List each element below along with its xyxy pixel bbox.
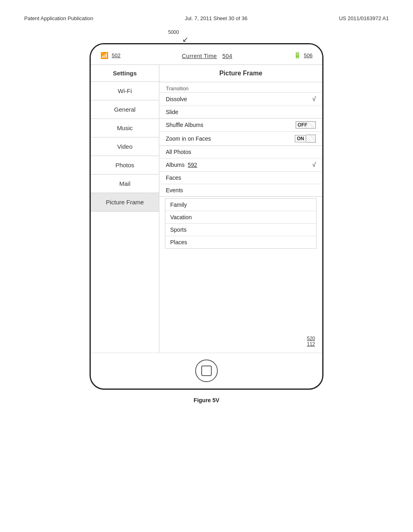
faces-label: Faces	[166, 175, 181, 181]
zoom-faces-hatch	[306, 135, 316, 143]
right-panel: Picture Frame Transition Dissolve √ Slid…	[159, 65, 322, 353]
albums-check: √	[312, 161, 316, 168]
shuffle-albums-label: Shuffle Albums	[166, 122, 203, 128]
albums-row[interactable]: Albums 592 √	[159, 158, 322, 171]
home-button-inner	[201, 366, 212, 376]
patent-header: Patent Application Publication Jul. 7, 2…	[8, 8, 405, 25]
album-places-label: Places	[170, 239, 187, 245]
status-ref-506: 506	[304, 52, 313, 58]
patent-left: Patent Application Publication	[24, 15, 93, 21]
home-area	[91, 353, 322, 389]
page-wrapper: Patent Application Publication Jul. 7, 2…	[0, 0, 413, 532]
label-112: 112	[307, 341, 322, 349]
sidebar-item-picture-frame[interactable]: Picture Frame	[91, 193, 159, 212]
transition-dissolve-check: √	[312, 96, 316, 103]
ref-arrow: ↙	[182, 36, 188, 43]
transition-slide-label: Slide	[166, 109, 178, 115]
device-container: 5000 ↙ 📶 502 Current Time 504 🔋 506	[90, 29, 323, 403]
transition-dissolve-label: Dissolve	[166, 96, 187, 102]
zoom-faces-toggle-wrapper: ON	[295, 135, 316, 143]
zoom-faces-toggle[interactable]: ON	[295, 135, 306, 142]
sidebar-item-photos[interactable]: Photos	[91, 156, 159, 175]
status-left: 📶 502	[100, 52, 121, 59]
faces-row[interactable]: Faces	[159, 171, 322, 184]
zoom-faces-label: Zoom in on Faces	[166, 135, 211, 142]
status-center-time: Current Time 504	[182, 50, 232, 60]
album-family-row[interactable]: Family	[165, 199, 316, 211]
spacer-panel	[159, 250, 322, 332]
device: 📶 502 Current Time 504 🔋 506 Settings	[90, 43, 323, 390]
albums-count: 592	[188, 162, 197, 168]
ref-label-5000: 5000	[168, 29, 179, 35]
status-ref-502: 502	[112, 52, 121, 58]
battery-icon: 🔋	[294, 52, 301, 59]
figure-caption: Figure 5V	[194, 397, 219, 403]
album-sports-row[interactable]: Sports	[165, 224, 316, 236]
bottom-labels: 520 112	[159, 332, 322, 353]
status-bar: 📶 502 Current Time 504 🔋 506	[91, 44, 322, 65]
events-label: Events	[166, 187, 183, 193]
all-photos-row[interactable]: All Photos	[159, 146, 322, 158]
sidebar-item-mail[interactable]: Mail	[91, 175, 159, 193]
albums-label: Albums 592	[166, 162, 197, 168]
sidebar-item-music[interactable]: Music	[91, 119, 159, 137]
right-panel-header: Picture Frame	[159, 65, 322, 82]
sidebar-item-video[interactable]: Video	[91, 137, 159, 156]
shuffle-albums-toggle[interactable]: OFF	[296, 121, 316, 129]
time-ref-504: 504	[222, 53, 232, 59]
time-label: Current Time	[182, 53, 217, 59]
wifi-icon: 📶	[100, 52, 108, 59]
zoom-faces-row[interactable]: Zoom in on Faces ON	[159, 131, 322, 145]
toggle-section: Shuffle Albums OFF Zoom in on Faces ON	[159, 118, 322, 146]
transition-section: Transition Dissolve √ Slide	[159, 82, 322, 118]
home-button[interactable]	[195, 360, 218, 382]
status-right: 🔋 506	[294, 52, 313, 59]
shuffle-albums-row[interactable]: Shuffle Albums OFF	[159, 118, 322, 131]
sidebar: Settings Wi-Fi General Music Video Photo	[91, 65, 159, 353]
album-vacation-row[interactable]: Vacation	[165, 211, 316, 224]
patent-right: US 2011/0163972 A1	[339, 15, 389, 21]
label-520: 520	[307, 336, 322, 341]
photo-sources-section: All Photos Albums 592 √ Faces	[159, 146, 322, 197]
transition-label: Transition	[159, 82, 322, 92]
sidebar-header: Settings	[91, 65, 159, 82]
patent-center: Jul. 7, 2011 Sheet 30 of 36	[185, 15, 247, 21]
events-row[interactable]: Events	[159, 184, 322, 196]
sidebar-item-wifi[interactable]: Wi-Fi	[91, 82, 159, 100]
sidebar-item-general[interactable]: General	[91, 100, 159, 119]
album-places-row[interactable]: Places	[165, 236, 316, 248]
transition-dissolve-row[interactable]: Dissolve √	[159, 92, 322, 106]
album-vacation-label: Vacation	[170, 214, 192, 220]
album-sports-label: Sports	[170, 227, 186, 233]
main-content: Settings Wi-Fi General Music Video Photo	[91, 65, 322, 353]
albums-sub-section: Family Vacation Sports Places	[165, 198, 317, 249]
all-photos-label: All Photos	[166, 149, 191, 155]
album-family-label: Family	[170, 202, 187, 208]
transition-slide-row[interactable]: Slide	[159, 106, 322, 118]
